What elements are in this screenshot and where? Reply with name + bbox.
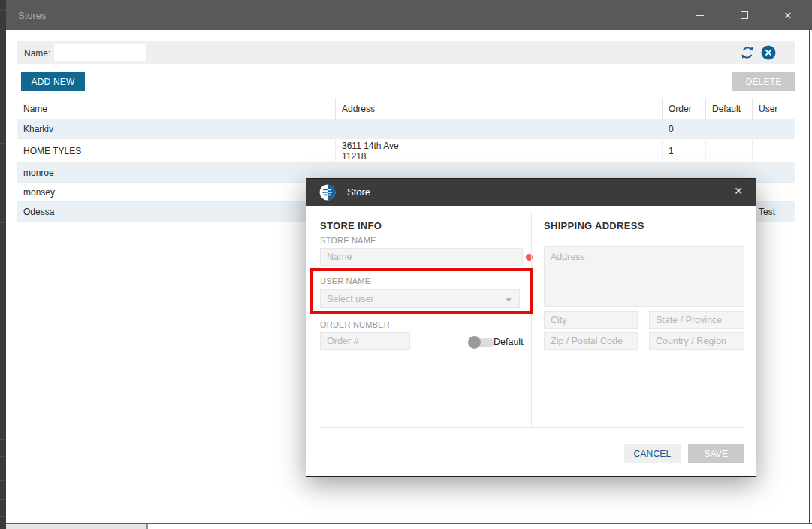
column-divider (531, 212, 532, 427)
cell-name: Odessa (17, 202, 336, 221)
cell-address: 3611 14th Ave 11218 (336, 139, 663, 162)
column-header-name[interactable]: Name (17, 98, 336, 119)
save-button[interactable]: SAVE (688, 444, 744, 463)
store-name-label: STORE NAME (320, 236, 376, 245)
cell-user (753, 139, 795, 162)
column-header-order[interactable]: Order (663, 98, 706, 119)
close-icon: ✕ (784, 11, 792, 20)
store-info-heading: STORE INFO (320, 220, 382, 231)
cell-order: 0 (663, 119, 706, 138)
store-name-input[interactable] (320, 248, 523, 266)
cell-user (753, 119, 795, 138)
maximize-button[interactable] (727, 0, 762, 30)
column-header-address[interactable]: Address (336, 98, 663, 119)
toggle-knob (468, 336, 481, 349)
cell-name: Kharkiv (17, 119, 336, 138)
filter-bar: Name: (17, 41, 795, 64)
dialog-titlebar: Store ✕ (306, 179, 756, 206)
background-window-strip (0, 0, 6, 529)
store-logo-icon (319, 184, 336, 201)
zip-postal-code-input[interactable] (544, 332, 638, 350)
window-right-edge (809, 30, 810, 524)
name-filter-label: Name: (24, 48, 50, 59)
screen: Stores ✕ Name: ADD NEW DELETE Name Addre… (0, 0, 812, 529)
cell-user: Test (753, 202, 795, 221)
table-header-row: Name Address Order Default User (17, 98, 795, 119)
dialog-close-icon[interactable]: ✕ (734, 186, 743, 196)
cell-order: 1 (663, 139, 706, 162)
refresh-icon[interactable] (740, 45, 755, 60)
close-window-button[interactable]: ✕ (771, 0, 805, 30)
city-input[interactable] (544, 311, 638, 329)
add-new-button[interactable]: ADD NEW (21, 72, 85, 91)
cell-user (753, 163, 795, 182)
cell-name: HOME TYLES (17, 139, 336, 162)
order-number-label: ORDER NUMBER (320, 320, 390, 329)
shipping-address-heading: SHIPPING ADDRESS (544, 220, 644, 231)
chevron-down-icon (505, 298, 512, 302)
window-title: Stores (18, 10, 47, 21)
minimize-button[interactable] (682, 0, 717, 30)
table-row[interactable]: HOME TYLES 3611 14th Ave 11218 1 (17, 139, 795, 163)
delete-button[interactable]: DELETE (732, 72, 795, 91)
user-select-dropdown[interactable]: Select user (320, 289, 520, 308)
cell-name: monroe (17, 163, 336, 182)
state-province-input[interactable] (649, 311, 744, 329)
user-select-placeholder: Select user (327, 294, 374, 304)
footer-divider (320, 427, 744, 428)
horizontal-scrollbar-thumb[interactable] (6, 524, 148, 529)
window-bottom-edge (6, 523, 812, 524)
cell-address (336, 119, 663, 138)
clear-filter-icon[interactable] (761, 45, 776, 60)
default-toggle-label: Default (494, 337, 524, 347)
country-region-input[interactable] (649, 332, 744, 350)
address-textarea[interactable] (544, 246, 744, 307)
default-toggle[interactable] (469, 338, 495, 347)
order-number-input[interactable] (320, 332, 410, 350)
cell-user (753, 183, 795, 201)
column-header-default[interactable]: Default (706, 98, 753, 119)
maximize-icon (741, 11, 748, 19)
column-header-user[interactable]: User (753, 98, 795, 119)
name-filter-input[interactable] (54, 44, 146, 61)
table-row[interactable]: Kharkiv 0 (17, 119, 795, 139)
cell-default (706, 139, 753, 162)
dialog-title: Store (347, 186, 370, 198)
cancel-button[interactable]: CANCEL (624, 444, 681, 463)
store-dialog: Store ✕ STORE INFO STORE NAME USER NAME … (306, 178, 756, 477)
minimize-icon (696, 15, 704, 16)
user-name-label: USER NAME (320, 277, 370, 286)
cell-name: monsey (17, 183, 336, 201)
cell-default (706, 119, 753, 138)
